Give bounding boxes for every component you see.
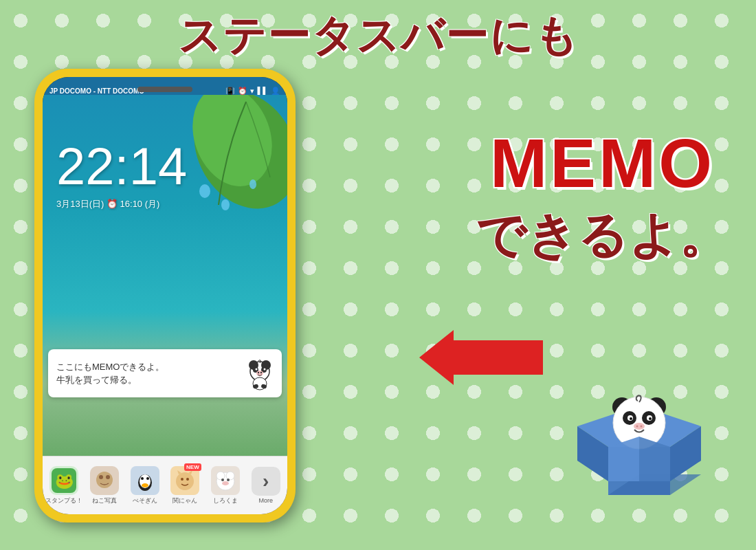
date-display: 3月13日(日) ⏰ 16:10 (月) (56, 198, 159, 210)
svg-point-56 (649, 417, 652, 420)
phone-speaker (137, 87, 192, 92)
memo-line2: 牛乳を買って帰る。 (56, 373, 164, 387)
svg-point-37 (226, 472, 234, 480)
lock-screen: 22:14 3月13日(日) ⏰ 16:10 (月) ここにもMEMOできるよ。… (43, 95, 287, 456)
dekiru-heading: できるよ。 (476, 203, 729, 269)
vibrate-icon: 📳 (225, 87, 235, 96)
kannyan-item[interactable]: NEW 関にゃん (165, 466, 205, 505)
svg-point-14 (260, 372, 262, 373)
svg-point-4 (249, 179, 256, 189)
phone-case: JP DOCOMO - NTT DOCOMO 📳 ⏰ ▾ ▌▌ 👤 (34, 69, 296, 522)
panda-small-icon (246, 356, 274, 390)
new-badge: NEW (184, 463, 201, 471)
svg-point-32 (181, 478, 184, 481)
svg-point-2 (199, 184, 210, 198)
svg-point-39 (227, 478, 230, 481)
svg-point-11 (264, 368, 266, 371)
wifi-icon: ▾ (250, 87, 254, 96)
page-title: ステータスバーにも (14, 12, 742, 59)
memo-heading: MEMO (490, 124, 715, 203)
memo-line1: ここにもMEMOできるよ。 (56, 360, 164, 374)
status-icons: 📳 ⏰ ▾ ▌▌ 👤 (225, 87, 280, 96)
svg-point-3 (221, 199, 230, 210)
phone-mockup: JP DOCOMO - NTT DOCOMO 📳 ⏰ ▾ ▌▌ 👤 (34, 69, 296, 522)
stamp-label: スタンプる！ (45, 496, 82, 505)
phone-screen: JP DOCOMO - NTT DOCOMO 📳 ⏰ ▾ ▌▌ 👤 (43, 77, 287, 514)
profile-icon: 👤 (271, 87, 280, 96)
pesogin-item[interactable]: ぺそぎん (124, 466, 165, 505)
svg-point-10 (256, 368, 258, 371)
svg-point-22 (99, 475, 103, 479)
svg-point-57 (634, 423, 645, 430)
neko-label: ねこ写真 (92, 496, 117, 505)
svg-text:🐸: 🐸 (55, 472, 74, 490)
time-display: 22:14 (56, 136, 187, 196)
stamp-item[interactable]: 🐸 スタンプる！ (44, 466, 85, 505)
kannyan-label: 関にゃん (173, 496, 197, 505)
stamp-icon: 🐸 (49, 466, 78, 495)
svg-point-33 (186, 478, 189, 481)
memo-notification: ここにもMEMOできるよ。 牛乳を買って帰る。 (48, 349, 282, 397)
more-label: More (258, 497, 273, 504)
more-icon: › (252, 467, 280, 496)
neko-icon (90, 466, 119, 495)
svg-point-31 (176, 472, 194, 490)
neko-item[interactable]: ねこ写真 (85, 466, 125, 505)
signal-icon: ▌▌ (257, 87, 268, 95)
shirokuma-item[interactable]: しろくま (205, 466, 246, 505)
pesogin-icon (131, 466, 159, 495)
carrier-text: JP DOCOMO - NTT DOCOMO (49, 87, 144, 95)
svg-point-12 (256, 371, 263, 376)
panda-box-illustration (557, 371, 722, 509)
svg-point-21 (96, 472, 113, 488)
svg-point-23 (106, 475, 110, 479)
pesogin-label: ぺそぎん (133, 496, 157, 505)
svg-point-27 (141, 477, 144, 480)
more-item[interactable]: › More (245, 467, 286, 504)
svg-point-28 (146, 477, 149, 480)
svg-point-36 (216, 472, 225, 480)
bottom-bar: 🐸 スタンプる！ (43, 456, 287, 514)
svg-point-29 (142, 483, 148, 487)
svg-point-13 (258, 372, 259, 373)
svg-point-59 (641, 426, 643, 428)
svg-point-58 (636, 426, 638, 428)
memo-content: ここにもMEMOできるよ。 牛乳を買って帰る。 (56, 360, 164, 387)
red-arrow (419, 330, 543, 385)
svg-point-40 (222, 481, 229, 485)
svg-point-55 (630, 417, 632, 420)
shirokuma-label: しろくま (213, 496, 238, 505)
alarm-icon: ⏰ (238, 87, 247, 96)
svg-marker-42 (419, 330, 543, 385)
status-bar: JP DOCOMO - NTT DOCOMO 📳 ⏰ ▾ ▌▌ 👤 (43, 77, 287, 95)
shirokuma-icon (211, 466, 240, 495)
svg-point-38 (221, 478, 224, 481)
